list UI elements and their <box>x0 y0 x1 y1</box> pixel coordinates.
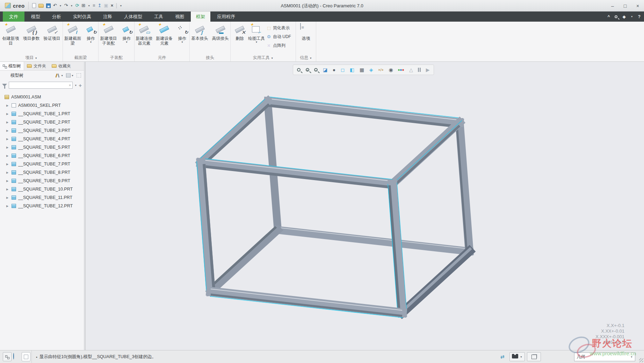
find-button[interactable]: ▼ <box>509 352 525 361</box>
drag-handle-button[interactable]: ⇄ <box>500 352 505 361</box>
spin-center-icon[interactable] <box>398 69 404 71</box>
new-connector-element-button[interactable]: ✦▭ 新建连接器元素 <box>135 23 154 46</box>
basic-joint-button[interactable]: ʃ 基本接头 <box>190 23 210 41</box>
tree-item-skeleton[interactable]: ▶ ASM0001_SKEL.PRT <box>0 101 84 110</box>
expand-caret[interactable]: ▶ <box>6 205 10 208</box>
group-footer-project[interactable]: 项目 ▼ <box>0 54 63 61</box>
tree-search-input[interactable] <box>9 82 69 88</box>
auto-udf-button[interactable]: ⏣ 自动 UDF <box>266 33 296 40</box>
delete-button[interactable]: ✕ 删除 <box>233 23 247 49</box>
graphics-viewport[interactable]: + − ◪ ● ◻ ◧ ▦ ◈ ×/+ ◉ △ ▶ X.X+-0.1 X.XX+… <box>86 62 644 350</box>
validate-project-button[interactable]: ✓ 验证项目 <box>42 23 62 46</box>
expand-caret[interactable]: ▶ <box>6 188 10 191</box>
tree-filters-button[interactable]: ▼ <box>66 73 74 77</box>
panel-tab-folders[interactable]: 文件夹 <box>24 62 49 70</box>
expand-caret[interactable]: ▶ <box>6 171 10 174</box>
tab-tools[interactable]: 工具 <box>149 12 168 22</box>
learning-icon[interactable]: ◆ <box>622 14 625 19</box>
tree-item-tube-7[interactable]: ▶__SQUARE_TUBE_7.PRT <box>0 160 84 168</box>
tree-item-tube-5[interactable]: ▶__SQUARE_TUBE_5.PRT <box>0 143 84 151</box>
view-manager-icon[interactable]: ▦ <box>360 66 364 74</box>
blank-view-button[interactable] <box>22 352 30 361</box>
tree-item-tube-11[interactable]: ▶__SQUARE_TUBE_11.PRT <box>0 193 84 202</box>
panel-tab-model-tree[interactable]: 模型树 <box>0 62 24 70</box>
saved-views-icon[interactable]: ◧ <box>350 66 354 74</box>
panel-tab-favorites[interactable]: 收藏夹 <box>49 62 74 70</box>
show-annotations-icon[interactable]: ◉ <box>389 66 393 74</box>
expand-caret[interactable]: ▶ <box>6 104 10 107</box>
tab-annotate[interactable]: 注释 <box>98 12 117 22</box>
toggle-tree-button[interactable] <box>3 352 12 361</box>
section-beam-operations-button[interactable]: ↻ 操作 ▼ <box>84 23 98 46</box>
advanced-joint-button[interactable]: ▬ 高级接头 <box>211 23 230 41</box>
expand-caret[interactable]: ▶ <box>6 179 10 183</box>
datum-display-icon[interactable]: ×/+ <box>378 66 384 74</box>
expand-caret[interactable]: ▶ <box>6 196 10 199</box>
select-box-button[interactable] <box>527 352 541 361</box>
help-icon[interactable]: ? <box>638 14 641 19</box>
expand-caret[interactable]: ▶ <box>6 129 10 132</box>
tree-display-button[interactable] <box>77 73 81 77</box>
minimize-ribbon-icon[interactable]: ^ <box>607 14 610 19</box>
tab-live-sim[interactable]: 实时仿真 <box>68 12 96 22</box>
expand-caret[interactable]: ▶ <box>6 121 10 124</box>
tree-item-tube-8[interactable]: ▶__SQUARE_TUBE_8.PRT <box>0 168 84 177</box>
simplified-rep-button[interactable]: ⬚ 简化表示 <box>266 24 296 31</box>
tree-item-tube-9[interactable]: ▶__SQUARE_TUBE_9.PRT <box>0 177 84 185</box>
send-icon[interactable]: ↥ <box>97 2 101 9</box>
redo-icon[interactable]: ↷ <box>64 2 68 9</box>
tab-manikin[interactable]: 人体模型 <box>119 12 147 22</box>
tree-tools-button[interactable]: ▼ <box>55 73 63 77</box>
zoom-in-icon[interactable]: + <box>306 68 309 72</box>
regenerate-icon[interactable]: ⟳ <box>75 2 79 9</box>
point-pattern-button[interactable]: ⁙ 点阵列 <box>266 42 296 49</box>
maximize-button[interactable]: □ <box>622 3 629 9</box>
close-window-icon[interactable]: × <box>111 2 114 9</box>
tree-item-assembly[interactable]: ASM0001.ASM <box>0 93 84 101</box>
subassembly-operations-button[interactable]: ↻ 操作 ▼ <box>120 23 134 46</box>
tab-analysis[interactable]: 分析 <box>47 12 66 22</box>
redo-menu-caret[interactable]: ▼ <box>70 5 73 7</box>
resume-icon[interactable]: ▶ <box>426 66 430 74</box>
expand-caret[interactable]: ▶ <box>6 163 10 166</box>
save-icon[interactable] <box>46 3 51 8</box>
window-settings-icon[interactable]: ⊞ <box>81 2 85 9</box>
perspective-icon[interactable]: △ <box>409 66 413 74</box>
undo-icon[interactable]: ↶ <box>53 2 57 9</box>
component-operations-button[interactable]: ⁘↻ 操作 ▼ <box>175 23 189 46</box>
group-footer-info[interactable]: 信息 ▼ <box>296 54 316 61</box>
zoom-out-icon[interactable]: − <box>314 68 318 72</box>
expand-caret[interactable]: ▶ <box>6 154 10 157</box>
more-commands-caret[interactable]: ▼ <box>120 5 122 7</box>
drawing-tools-button[interactable]: ✦⌐ 绘图工具 ▼ <box>248 23 265 49</box>
expand-caret[interactable]: ▶ <box>6 138 10 141</box>
tree-item-tube-1[interactable]: ▶__SQUARE_TUBE_1.PRT <box>0 110 84 118</box>
open-file-icon[interactable] <box>38 4 44 8</box>
add-filter-icon[interactable]: + <box>79 82 82 88</box>
learning-caret[interactable]: ▼ <box>631 15 633 18</box>
tree-item-tube-3[interactable]: ▶__SQUARE_TUBE_3.PRT <box>0 126 84 135</box>
options-button[interactable]: 选项 <box>299 23 313 41</box>
new-equipment-element-button[interactable]: ✦ 新建设备元素 <box>155 23 174 46</box>
selection-filter-caret[interactable]: ▼ <box>630 356 633 358</box>
resize-grip[interactable] <box>639 358 643 362</box>
browser-button[interactable] <box>13 353 14 360</box>
select-icon[interactable]: ⌗ <box>93 2 95 9</box>
tree-item-tube-12[interactable]: ▶__SQUARE_TUBE_12.PRT <box>0 202 84 210</box>
expand-caret[interactable]: ▶ <box>6 112 10 116</box>
pause-icon[interactable] <box>418 68 421 72</box>
component-icon[interactable]: ▣ <box>104 2 108 9</box>
tab-model[interactable]: 模型 <box>26 12 45 22</box>
new-file-icon[interactable] <box>32 3 36 8</box>
tree-item-tube-6[interactable]: ▶__SQUARE_TUBE_6.PRT <box>0 151 84 160</box>
new-project-subassembly-button[interactable]: ✦ 新建项目子装配 <box>99 23 118 46</box>
tab-file[interactable]: 文件 <box>3 12 24 22</box>
tab-view[interactable]: 视图 <box>170 12 189 22</box>
window-settings-caret[interactable]: ▼ <box>88 5 90 7</box>
annotation-display-icon[interactable]: ◈ <box>369 66 373 74</box>
minimize-button[interactable]: – <box>609 3 616 9</box>
repaint-icon[interactable]: ◪ <box>323 66 327 74</box>
project-parameters-button[interactable]: { } 项目参数 <box>22 23 41 46</box>
search-options-caret[interactable]: ▼ <box>74 84 77 87</box>
tab-framework[interactable]: 框架 <box>191 12 210 22</box>
